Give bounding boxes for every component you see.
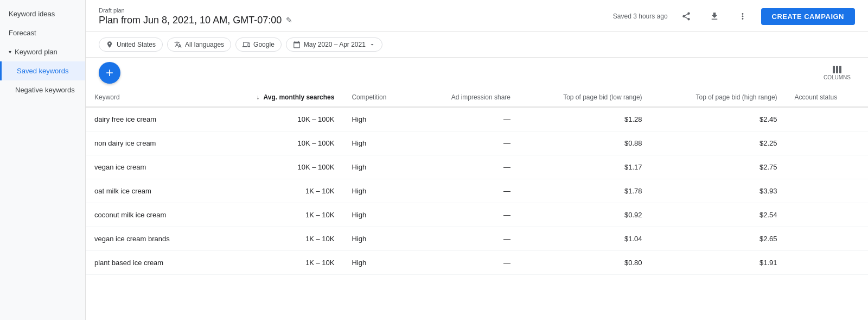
cell-impression-share: — xyxy=(414,107,519,131)
more-icon xyxy=(738,11,748,21)
cell-competition: High xyxy=(343,179,414,203)
share-icon xyxy=(681,11,691,21)
table-row[interactable]: coconut milk ice cream 1K – 10K High — $… xyxy=(86,203,868,227)
cell-keyword: vegan ice cream brands xyxy=(86,227,212,251)
cell-account-status xyxy=(786,107,868,131)
cell-impression-share: — xyxy=(414,155,519,179)
dropdown-icon xyxy=(369,41,375,48)
cell-impression-share: — xyxy=(414,251,519,275)
cell-account-status xyxy=(786,203,868,227)
main-content: Draft plan Plan from Jun 8, 2021, 10 AM,… xyxy=(86,0,868,320)
date-range-filter[interactable]: May 2020 – Apr 2021 xyxy=(286,37,382,52)
col-competition: Competition xyxy=(343,88,414,107)
cell-bid-high: $2.25 xyxy=(651,131,786,155)
cell-competition: High xyxy=(343,131,414,155)
plan-title: Plan from Jun 8, 2021, 10 AM, GMT-07:00 … xyxy=(99,15,292,26)
cell-account-status xyxy=(786,131,868,155)
cell-bid-low: $1.17 xyxy=(519,155,651,179)
cell-bid-high: $2.65 xyxy=(651,227,786,251)
location-filter[interactable]: United States xyxy=(99,37,163,52)
cell-bid-low: $0.80 xyxy=(519,251,651,275)
language-filter[interactable]: All languages xyxy=(167,37,231,52)
edit-icon[interactable]: ✎ xyxy=(286,16,292,24)
language-icon xyxy=(174,41,182,48)
sidebar-item-keyword-plan[interactable]: ▾ Keyword plan xyxy=(0,42,85,61)
table-row[interactable]: non dairy ice cream 10K – 100K High — $0… xyxy=(86,131,868,155)
header-left: Draft plan Plan from Jun 8, 2021, 10 AM,… xyxy=(99,7,292,26)
sidebar-item-forecast[interactable]: Forecast xyxy=(0,23,85,42)
cell-bid-low: $0.92 xyxy=(519,203,651,227)
cell-searches: 10K – 100K xyxy=(212,155,343,179)
plus-icon: + xyxy=(106,66,113,79)
cell-competition: High xyxy=(343,227,414,251)
chevron-icon: ▾ xyxy=(9,49,11,55)
sort-icon: ↓ xyxy=(256,93,259,101)
cell-impression-share: — xyxy=(414,131,519,155)
cell-keyword: non dairy ice cream xyxy=(86,131,212,155)
cell-impression-share: — xyxy=(414,227,519,251)
cell-bid-low: $1.04 xyxy=(519,227,651,251)
columns-icon xyxy=(833,66,841,73)
cell-bid-high: $2.45 xyxy=(651,107,786,131)
col-top-page-bid-high: Top of page bid (high range) xyxy=(651,88,786,107)
table-row[interactable]: vegan ice cream 10K – 100K High — $1.17 … xyxy=(86,155,868,179)
calendar-icon xyxy=(293,41,301,48)
create-campaign-button[interactable]: CREATE CAMPAIGN xyxy=(761,8,855,25)
share-button[interactable] xyxy=(676,7,696,26)
columns-button[interactable]: COLUMNS xyxy=(819,64,855,83)
sidebar-item-saved-keywords[interactable]: Saved keywords xyxy=(0,61,85,80)
cell-competition: High xyxy=(343,107,414,131)
col-avg-monthly-searches[interactable]: ↓ Avg. monthly searches xyxy=(212,88,343,107)
cell-searches: 10K – 100K xyxy=(212,131,343,155)
cell-impression-share: — xyxy=(414,179,519,203)
cell-account-status xyxy=(786,155,868,179)
table-row[interactable]: vegan ice cream brands 1K – 10K High — $… xyxy=(86,227,868,251)
col-keyword: Keyword xyxy=(86,88,212,107)
keywords-table: Keyword ↓ Avg. monthly searches Competit… xyxy=(86,88,868,275)
cell-searches: 10K – 100K xyxy=(212,107,343,131)
network-icon xyxy=(242,41,250,48)
cell-keyword: vegan ice cream xyxy=(86,155,212,179)
download-button[interactable] xyxy=(705,7,724,26)
sidebar: Keyword ideas Forecast ▾ Keyword plan Sa… xyxy=(0,0,86,320)
location-icon xyxy=(106,41,113,48)
saved-status: Saved 3 hours ago xyxy=(613,12,668,20)
sidebar-item-keyword-ideas[interactable]: Keyword ideas xyxy=(0,4,85,23)
cell-bid-high: $3.93 xyxy=(651,179,786,203)
draft-label: Draft plan xyxy=(99,7,292,14)
sidebar-item-negative-keywords[interactable]: Negative keywords xyxy=(0,80,85,99)
col-top-page-bid-low: Top of page bid (low range) xyxy=(519,88,651,107)
cell-competition: High xyxy=(343,203,414,227)
table-row[interactable]: oat milk ice cream 1K – 10K High — $1.78… xyxy=(86,179,868,203)
keywords-table-wrap: Keyword ↓ Avg. monthly searches Competit… xyxy=(86,88,868,320)
table-row[interactable]: plant based ice cream 1K – 10K High — $0… xyxy=(86,251,868,275)
cell-competition: High xyxy=(343,155,414,179)
cell-bid-high: $1.91 xyxy=(651,251,786,275)
download-icon xyxy=(710,11,719,21)
page-header: Draft plan Plan from Jun 8, 2021, 10 AM,… xyxy=(86,0,868,32)
cell-bid-low: $1.28 xyxy=(519,107,651,131)
cell-account-status xyxy=(786,251,868,275)
table-body: dairy free ice cream 10K – 100K High — $… xyxy=(86,107,868,275)
col-account-status: Account status xyxy=(786,88,868,107)
cell-bid-low: $1.78 xyxy=(519,179,651,203)
col-ad-impression-share: Ad impression share xyxy=(414,88,519,107)
add-keyword-button[interactable]: + xyxy=(99,62,120,84)
cell-keyword: coconut milk ice cream xyxy=(86,203,212,227)
cell-bid-high: $2.75 xyxy=(651,155,786,179)
cell-keyword: oat milk ice cream xyxy=(86,179,212,203)
table-row[interactable]: dairy free ice cream 10K – 100K High — $… xyxy=(86,107,868,131)
header-right: Saved 3 hours ago CREATE CAMPAIGN xyxy=(613,7,855,26)
cell-account-status xyxy=(786,179,868,203)
cell-searches: 1K – 10K xyxy=(212,203,343,227)
cell-bid-high: $2.54 xyxy=(651,203,786,227)
more-options-button[interactable] xyxy=(733,7,752,26)
cell-keyword: dairy free ice cream xyxy=(86,107,212,131)
network-filter[interactable]: Google xyxy=(235,37,282,52)
table-header: Keyword ↓ Avg. monthly searches Competit… xyxy=(86,88,868,107)
cell-impression-share: — xyxy=(414,203,519,227)
cell-searches: 1K – 10K xyxy=(212,227,343,251)
cell-searches: 1K – 10K xyxy=(212,179,343,203)
toolbar: + COLUMNS xyxy=(86,58,868,88)
filters-bar: United States All languages Google May 2… xyxy=(86,32,868,58)
